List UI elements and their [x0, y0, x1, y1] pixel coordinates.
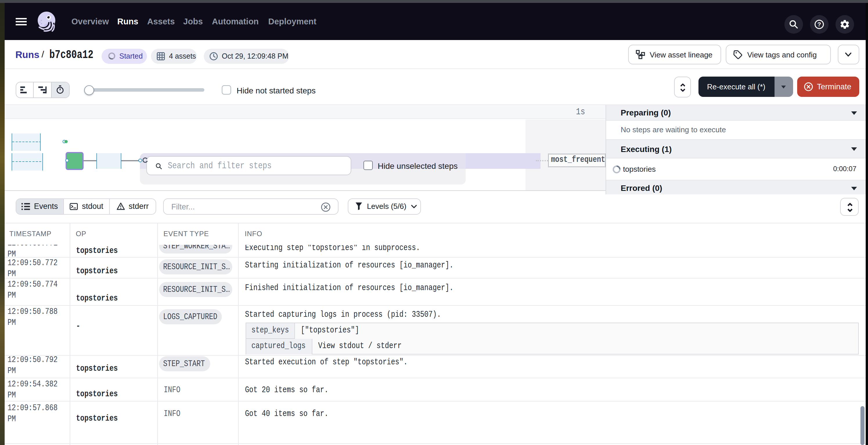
svg-text:?: ? [817, 21, 821, 27]
